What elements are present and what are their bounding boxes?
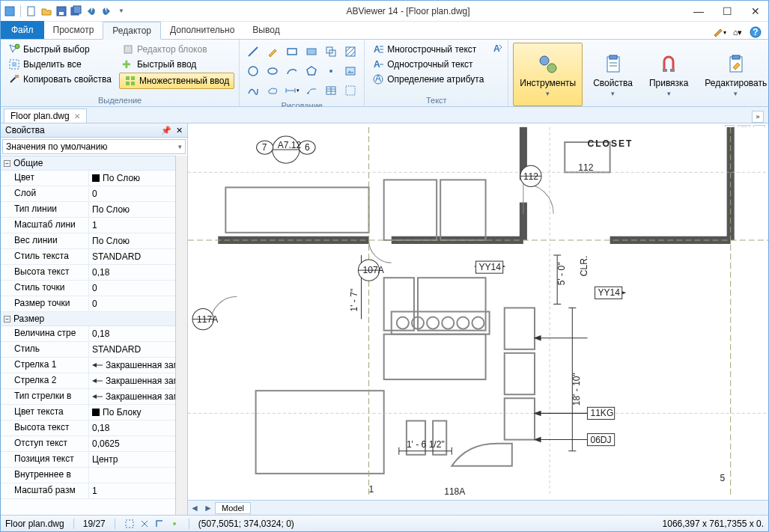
- prop-value[interactable]: 0,18: [89, 265, 175, 280]
- prop-category-general[interactable]: −Общие: [1, 156, 175, 171]
- prop-value[interactable]: STANDARD: [89, 249, 175, 264]
- layout-next-icon[interactable]: ►: [201, 503, 215, 513]
- snap-button[interactable]: Привязка▾: [643, 43, 694, 106]
- prop-row[interactable]: Тип линииПо Слою: [1, 202, 175, 218]
- close-tab-icon[interactable]: ✕: [74, 112, 80, 120]
- redo-icon[interactable]: [100, 5, 112, 17]
- prop-value[interactable]: 0: [89, 186, 175, 201]
- prop-row[interactable]: Стиль текстаSTANDARD: [1, 249, 175, 265]
- panel-scrollbar[interactable]: [175, 156, 187, 515]
- snap-status-icon[interactable]: [124, 519, 135, 529]
- prop-value[interactable]: 0,18: [89, 326, 175, 341]
- minimize-button[interactable]: —: [689, 5, 708, 17]
- pin-icon[interactable]: 📌: [161, 126, 171, 135]
- document-tabs-dropdown[interactable]: »: [752, 111, 764, 123]
- tab-output[interactable]: Вывод: [243, 21, 288, 39]
- prop-row[interactable]: Отступ текст0,0625: [1, 436, 175, 452]
- rect-fill-tool[interactable]: [303, 43, 320, 61]
- options-icon[interactable]: ⌂▾: [731, 25, 744, 39]
- prop-value[interactable]: Центр: [89, 452, 175, 467]
- circle-tool[interactable]: [244, 62, 262, 80]
- prop-row[interactable]: Тип стрелки вЗакрашенная замк: [1, 389, 175, 405]
- prop-row[interactable]: Вес линииПо Слою: [1, 233, 175, 249]
- rects-tool[interactable]: [322, 43, 340, 61]
- prop-value[interactable]: [89, 468, 175, 483]
- attrdef-button[interactable]: AОпределение атрибута: [369, 73, 487, 86]
- props-button[interactable]: Свойства▾: [587, 43, 639, 106]
- prop-row[interactable]: Величина стре0,18: [1, 326, 175, 342]
- prop-row[interactable]: Слой0: [1, 186, 175, 202]
- tools-button[interactable]: Инструменты▾: [513, 43, 583, 106]
- tab-view[interactable]: Просмотр: [44, 21, 103, 39]
- prop-row[interactable]: Масштаб лини1: [1, 218, 175, 233]
- prop-value[interactable]: По Слою: [89, 233, 175, 248]
- dimension-tool[interactable]: ▾: [283, 82, 301, 100]
- ellipse-tool[interactable]: [264, 62, 282, 80]
- quick-input-button[interactable]: ✚Быстрый ввод: [119, 58, 234, 71]
- multi-input-button[interactable]: Множественный ввод: [119, 73, 234, 89]
- qat-dropdown-icon[interactable]: ▼: [115, 5, 127, 17]
- tab-additional[interactable]: Дополнительно: [161, 21, 243, 39]
- help-icon[interactable]: ?: [749, 25, 762, 39]
- tab-editor[interactable]: Редактор: [103, 22, 161, 40]
- prop-row[interactable]: Позиция текстЦентр: [1, 452, 175, 468]
- copy-props-button[interactable]: Копировать свойства: [5, 73, 115, 86]
- leader-tool[interactable]: [303, 82, 320, 100]
- save-icon[interactable]: [55, 5, 67, 17]
- prop-row[interactable]: Стиль точки0: [1, 281, 175, 296]
- prop-value[interactable]: STANDARD: [89, 342, 175, 357]
- arc-tool[interactable]: [283, 62, 301, 80]
- close-button[interactable]: ✕: [746, 5, 765, 17]
- prop-value[interactable]: Закрашенная замк: [89, 373, 175, 388]
- rect-tool[interactable]: [283, 43, 301, 61]
- prop-value[interactable]: 0,0625: [89, 436, 175, 451]
- panel-close-icon[interactable]: ✕: [176, 126, 183, 135]
- osnap-status-icon[interactable]: [169, 519, 180, 529]
- image-tool[interactable]: [341, 62, 359, 80]
- quick-select-button[interactable]: Быстрый выбор: [5, 43, 115, 56]
- point-tool[interactable]: [322, 62, 340, 80]
- layout-prev-icon[interactable]: ◄: [188, 503, 201, 513]
- ortho-status-icon[interactable]: [154, 519, 165, 529]
- prop-value[interactable]: 0,18: [89, 421, 175, 435]
- undo-icon[interactable]: [85, 5, 97, 17]
- open-icon[interactable]: [40, 5, 52, 17]
- document-tab[interactable]: Floor plan.dwg ✕: [4, 108, 87, 123]
- new-icon[interactable]: [25, 5, 37, 17]
- prop-value[interactable]: Закрашенная замк: [89, 358, 175, 373]
- prop-value[interactable]: По Блоку: [89, 405, 175, 420]
- prop-value[interactable]: 0: [89, 296, 175, 311]
- model-tab[interactable]: Model: [215, 502, 251, 514]
- prop-value[interactable]: По Слою: [89, 202, 175, 217]
- prop-row[interactable]: Стрелка 1Закрашенная замк: [1, 358, 175, 373]
- hatch-tool[interactable]: [341, 43, 359, 61]
- prop-row[interactable]: СтильSTANDARD: [1, 342, 175, 358]
- edit-button[interactable]: Редактировать▾: [699, 43, 769, 106]
- prop-row[interactable]: Цвет текстаПо Блоку: [1, 405, 175, 421]
- polygon-tool[interactable]: [303, 62, 320, 80]
- prop-value[interactable]: Закрашенная замк: [89, 389, 175, 404]
- prop-row[interactable]: Внутреннее в: [1, 468, 175, 483]
- viewport-tool[interactable]: [341, 82, 359, 100]
- text-style-tool[interactable]: A: [491, 43, 503, 59]
- defaults-combo[interactable]: Значения по умолчанию ▾: [2, 139, 186, 154]
- prop-row[interactable]: Стрелка 2Закрашенная замк: [1, 373, 175, 389]
- prop-category-dimension[interactable]: −Размер: [1, 312, 175, 326]
- prop-value[interactable]: 1: [89, 483, 175, 498]
- prop-value[interactable]: 0: [89, 281, 175, 296]
- save-all-icon[interactable]: [70, 5, 82, 17]
- prop-row[interactable]: ЦветПо Слою: [1, 171, 175, 186]
- stext-button[interactable]: AОднострочный текст: [369, 58, 487, 71]
- style-icon[interactable]: ▾: [713, 25, 726, 39]
- app-icon[interactable]: [4, 5, 16, 17]
- pencil-tool[interactable]: [264, 43, 282, 61]
- prop-row[interactable]: Высота текст0,18: [1, 265, 175, 281]
- grid-status-icon[interactable]: [139, 519, 150, 529]
- table-tool[interactable]: [322, 82, 340, 100]
- maximize-button[interactable]: ☐: [717, 5, 737, 17]
- prop-value[interactable]: 1: [89, 218, 175, 233]
- line-tool[interactable]: [244, 43, 262, 61]
- prop-row[interactable]: Масштаб разм1: [1, 483, 175, 499]
- drawing-canvas[interactable]: − ❐ ✕: [188, 123, 768, 500]
- file-tab[interactable]: Файл: [1, 21, 44, 39]
